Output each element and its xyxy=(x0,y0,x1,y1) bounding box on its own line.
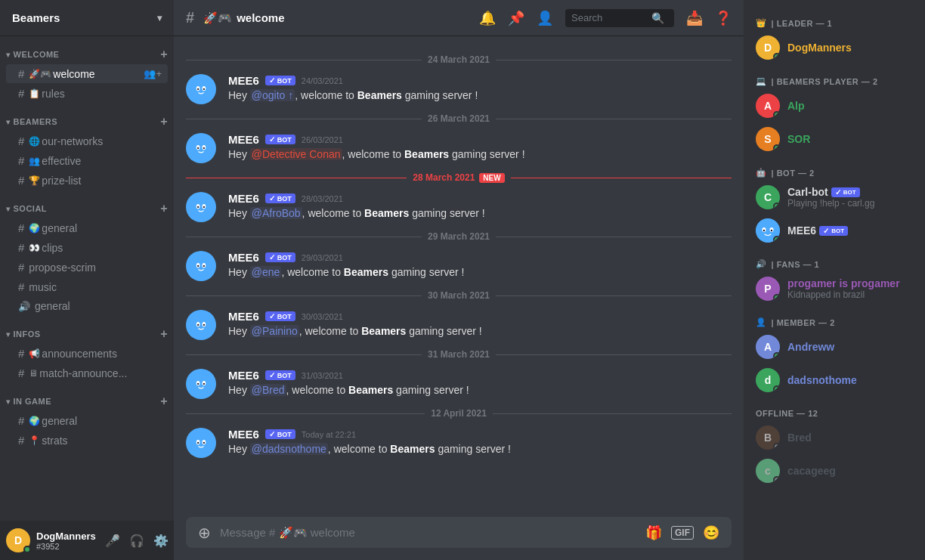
emoji-button[interactable]: 😊 xyxy=(703,524,719,541)
channel-item-rules[interactable]: # 📋 rules xyxy=(6,84,168,103)
channel-item-welcome[interactable]: # 🚀🎮 welcome 👥+ xyxy=(6,64,168,83)
svg-point-10 xyxy=(190,196,212,218)
add-channel-beamers[interactable]: + xyxy=(160,116,168,128)
help-icon[interactable]: ❓ xyxy=(715,10,732,26)
hash-icon-clips: # xyxy=(18,241,24,254)
mention-3: @AfroBob xyxy=(250,207,302,219)
date-divider-1: 24 March 2021 xyxy=(174,48,744,71)
channel-emoji: 🚀🎮 xyxy=(203,11,232,25)
channel-item-match-announce[interactable]: # 🖥 match-announce... xyxy=(6,364,168,382)
channel-item-music[interactable]: # music xyxy=(6,277,168,296)
message-timestamp-2: 26/03/2021 xyxy=(302,135,343,144)
inbox-icon[interactable]: 📥 xyxy=(686,10,703,26)
bot-group-label: | BOT — 2 xyxy=(772,169,815,178)
channel-actions-welcome[interactable]: 👥+ xyxy=(144,68,162,79)
gift-icon[interactable]: 🎁 xyxy=(645,524,662,541)
member-item-andreww[interactable]: A Andreww xyxy=(750,330,919,364)
carlbot-info: Carl-bot ✓ BOT Playing !help - carl.gg xyxy=(787,186,913,209)
mention-2: @Detective Conan xyxy=(250,148,342,160)
channel-item-general-game[interactable]: # 🌍 general xyxy=(6,411,168,430)
message-text-7: Hey @dadsnothome, welcome to Beamers gam… xyxy=(228,442,732,457)
member-group-leader: 👑 | LEADER — 1 xyxy=(750,12,919,31)
hash-icon-match: # xyxy=(18,367,24,379)
members-icon[interactable]: 👤 xyxy=(537,10,553,26)
message-content-1: MEE6 ✓ BOT 24/03/2021 Hey @ogito ↑, welc… xyxy=(228,74,732,104)
dadsnothome-status xyxy=(773,385,780,392)
member-item-dadsnothome[interactable]: d dadsnothome xyxy=(750,364,919,397)
bot-badge-6: ✓ BOT xyxy=(265,370,295,380)
channel-item-prize-list[interactable]: # 🏆 prize-list xyxy=(6,171,168,190)
collapse-icon-beamers[interactable]: ▾ xyxy=(6,118,11,126)
add-channel-ingame[interactable]: + xyxy=(160,395,168,407)
channel-item-propose-scrim[interactable]: # propose-scrim xyxy=(6,258,168,277)
message-timestamp-7: Today at 22:21 xyxy=(302,430,356,439)
mee6-bot-badge: ✓ BOT xyxy=(819,226,848,236)
group-label-beamers: BEAMERS xyxy=(14,117,161,126)
message-header-2: MEE6 ✓ BOT 26/03/2021 xyxy=(228,133,732,146)
settings-button[interactable]: ⚙️ xyxy=(150,531,172,551)
date-divider-2: 26 March 2021 xyxy=(174,107,744,130)
search-input[interactable] xyxy=(571,12,647,23)
notifications-bell-icon[interactable]: 🔔 xyxy=(479,10,496,26)
emoji-prize: 🏆 xyxy=(29,175,40,186)
channel-name-general-social: general xyxy=(42,222,162,234)
add-channel-infos[interactable]: + xyxy=(160,328,168,340)
collapse-icon-social[interactable]: ▾ xyxy=(6,205,11,213)
member-item-alp[interactable]: A Alp xyxy=(750,89,919,122)
emoji-effective: 👥 xyxy=(29,156,40,166)
channel-item-voice-general[interactable]: 🔊 general xyxy=(6,297,168,315)
add-channel-welcome[interactable]: + xyxy=(160,48,168,60)
mee6-member-name: MEE6 xyxy=(787,224,816,237)
svg-point-30 xyxy=(190,432,212,453)
member-item-bred[interactable]: B Bred xyxy=(750,421,919,454)
add-channel-social[interactable]: + xyxy=(160,203,168,215)
alp-avatar: A xyxy=(756,94,780,118)
member-item-mee6[interactable]: MEE6 ✓ BOT xyxy=(750,214,919,247)
dogmanners-name: DogManners xyxy=(787,42,913,54)
gif-button[interactable]: GIF xyxy=(671,526,694,540)
pin-icon[interactable]: 📌 xyxy=(508,10,524,26)
svg-point-33 xyxy=(197,442,199,444)
member-item-cacageeg[interactable]: c cacageeg xyxy=(750,454,919,487)
member-item-carlbot[interactable]: C Carl-bot ✓ BOT Playing !help - carl.gg xyxy=(750,181,919,214)
channel-item-strats[interactable]: # 📍 strats xyxy=(6,431,168,450)
channel-name-effective: effective xyxy=(42,155,162,167)
message-username-6: MEE6 xyxy=(228,369,259,382)
channel-name-music: music xyxy=(29,281,162,293)
channel-item-clips[interactable]: # 👀 clips xyxy=(6,238,168,257)
member-item-progamer[interactable]: P progamer is progamer Kidnapped in braz… xyxy=(750,272,919,305)
server-sidebar: Beamers ▾ ▾ WELCOME + # 🚀🎮 welcome 👥+ # … xyxy=(0,0,174,560)
cacageeg-name: cacageeg xyxy=(787,465,913,477)
message-text-1: Hey @ogito ↑, welcome to Beamers gaming … xyxy=(228,88,732,104)
svg-point-25 xyxy=(190,373,212,394)
message-input-area: ⊕ 🎁 GIF 😊 xyxy=(174,517,744,560)
channel-item-general-social[interactable]: # 🌍 general xyxy=(6,218,168,237)
alp-info: Alp xyxy=(787,100,913,112)
hash-icon-general-social: # xyxy=(18,221,24,234)
server-header[interactable]: Beamers ▾ xyxy=(0,0,174,36)
member-item-sor[interactable]: S SOR xyxy=(750,122,919,156)
message-input[interactable] xyxy=(220,517,636,548)
message-timestamp-4: 29/03/2021 xyxy=(302,253,343,262)
search-icon: 🔍 xyxy=(651,12,664,24)
collapse-icon-welcome[interactable]: ▾ xyxy=(6,51,11,59)
mee6-avatar-5 xyxy=(186,310,216,340)
member-item-dogmanners[interactable]: D DogManners xyxy=(750,31,919,64)
emoji-announce: 📢 xyxy=(29,348,40,359)
deafen-button[interactable]: 🎧 xyxy=(126,531,147,551)
collapse-icon-infos[interactable]: ▾ xyxy=(6,330,11,339)
channel-item-our-networks[interactable]: # 🌐 our-networks xyxy=(6,131,168,150)
search-bar[interactable]: 🔍 xyxy=(565,9,674,27)
current-user-name: DogManners xyxy=(36,531,96,542)
emoji-general-game: 🌍 xyxy=(29,416,40,426)
channel-item-announcements[interactable]: # 📢 announcements xyxy=(6,344,168,363)
emoji-rules: 📋 xyxy=(29,88,40,99)
channel-name-general-game: general xyxy=(42,415,162,427)
channel-item-effective[interactable]: # 👥 effective xyxy=(6,151,168,170)
bot-badge-1: ✓ BOT xyxy=(265,76,295,85)
current-user-tag: #3952 xyxy=(36,542,96,551)
add-attachment-button[interactable]: ⊕ xyxy=(198,518,211,548)
bred-status xyxy=(773,443,780,450)
mute-button[interactable]: 🎤 xyxy=(102,531,123,551)
collapse-icon-ingame[interactable]: ▾ xyxy=(6,398,11,406)
